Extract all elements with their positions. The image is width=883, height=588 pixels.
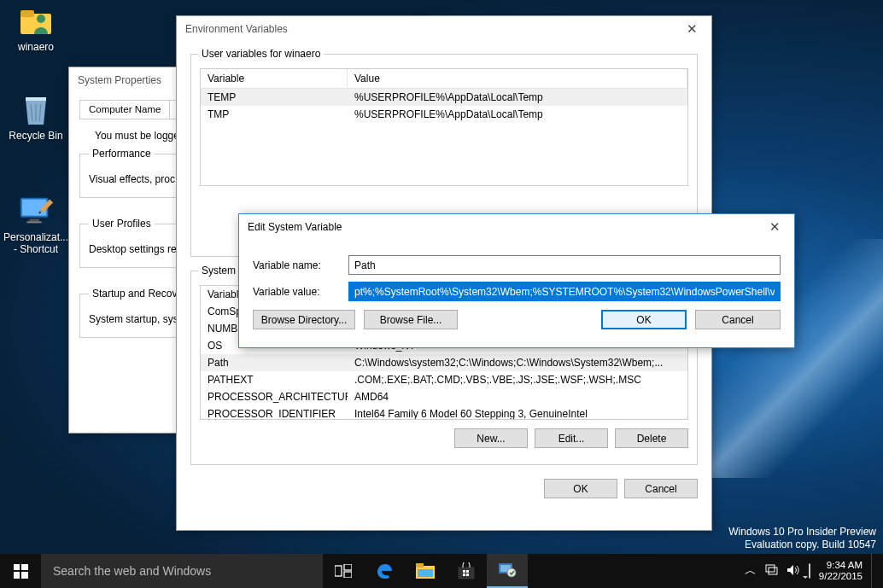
- watermark-line1: Windows 10 Pro Insider Preview: [728, 526, 876, 539]
- col-value[interactable]: Value: [348, 69, 687, 88]
- svg-rect-9: [344, 564, 352, 570]
- clock-time: 9:34 AM: [819, 560, 863, 571]
- variable-name-input[interactable]: [348, 255, 781, 275]
- variable-value-label: Variable value:: [253, 286, 338, 298]
- desktop-icon-label: Personalizat... - Shortcut: [3, 231, 68, 255]
- svg-rect-15: [463, 570, 465, 573]
- recycle-bin-icon: [17, 90, 55, 128]
- table-row[interactable]: PathC:\Windows\system32;C:\Windows;C:\Wi…: [201, 354, 687, 371]
- window-title: Edit System Variable: [248, 221, 342, 233]
- desktop-icon-recycle-bin[interactable]: Recycle Bin: [3, 90, 68, 142]
- table-row[interactable]: TEMP %USERPROFILE%\AppData\Local\Temp: [201, 89, 687, 106]
- new-button[interactable]: New...: [454, 428, 528, 448]
- svg-rect-10: [344, 572, 352, 578]
- userprofiles-legend: User Profiles: [89, 218, 155, 230]
- user-vars-group-title: User variables for winaero: [198, 48, 324, 60]
- task-view-button[interactable]: [323, 554, 364, 588]
- ok-button[interactable]: OK: [601, 310, 687, 329]
- svg-rect-18: [466, 573, 469, 576]
- file-explorer-icon[interactable]: [405, 554, 446, 588]
- user-vars-table[interactable]: Variable Value TEMP %USERPROFILE%\AppDat…: [200, 68, 688, 186]
- svg-point-21: [507, 568, 516, 577]
- table-header: Variable Value: [201, 69, 687, 89]
- table-row[interactable]: PROCESSOR_IDENTIFIERIntel64 Family 6 Mod…: [201, 405, 687, 420]
- variable-value-input[interactable]: [348, 282, 781, 301]
- system-tray: ︿ 9:34 AM 9/22/2015: [745, 554, 883, 588]
- volume-icon[interactable]: [787, 564, 800, 579]
- svg-rect-7: [26, 221, 41, 223]
- edit-system-variable-dialog: Edit System Variable ✕ Variable name: Va…: [238, 213, 795, 348]
- folder-user-icon: [17, 2, 55, 39]
- start-button[interactable]: [0, 554, 41, 588]
- svg-rect-13: [418, 569, 433, 577]
- desktop-icon-label: Recycle Bin: [9, 130, 62, 142]
- svg-rect-6: [29, 219, 38, 222]
- ok-button[interactable]: OK: [544, 479, 617, 498]
- close-icon[interactable]: ✕: [681, 20, 703, 38]
- editvar-titlebar[interactable]: Edit System Variable ✕: [239, 214, 794, 240]
- close-icon[interactable]: ✕: [764, 218, 786, 236]
- watermark-line2: Evaluation copy. Build 10547: [728, 539, 876, 552]
- variable-name-label: Variable name:: [253, 259, 338, 271]
- envvars-titlebar[interactable]: Environment Variables ✕: [177, 16, 711, 42]
- svg-rect-16: [466, 570, 469, 573]
- table-row[interactable]: PATHEXT.COM;.EXE;.BAT;.CMD;.VBS;.VBE;.JS…: [201, 371, 687, 388]
- delete-button[interactable]: Delete: [615, 428, 688, 448]
- search-input[interactable]: Search the web and Windows: [41, 554, 323, 588]
- network-icon[interactable]: [765, 564, 778, 579]
- windows-logo-icon: [14, 564, 28, 579]
- windows-watermark: Windows 10 Pro Insider Preview Evaluatio…: [728, 526, 876, 552]
- cancel-button[interactable]: Cancel: [695, 310, 781, 329]
- svg-rect-12: [416, 563, 424, 568]
- browse-file-button[interactable]: Browse File...: [364, 310, 458, 329]
- window-title: Environment Variables: [185, 23, 288, 35]
- browse-directory-button[interactable]: Browse Directory...: [253, 310, 355, 329]
- svg-rect-1: [20, 10, 34, 17]
- store-icon[interactable]: [446, 554, 487, 588]
- clock[interactable]: 9:34 AM 9/22/2015: [819, 560, 863, 581]
- desktop-icon-winaero[interactable]: winaero: [3, 2, 68, 53]
- performance-legend: Performance: [89, 148, 155, 160]
- col-variable[interactable]: Variable: [201, 69, 348, 88]
- svg-rect-14: [459, 568, 474, 579]
- tray-chevron-icon[interactable]: ︿: [745, 563, 757, 579]
- table-row[interactable]: TMP %USERPROFILE%\AppData\Local\Temp: [201, 106, 687, 123]
- tab-computer-name[interactable]: Computer Name: [79, 100, 170, 119]
- desktop-icon-personalization[interactable]: Personalizat... - Shortcut: [3, 192, 68, 255]
- svg-rect-8: [335, 566, 342, 576]
- action-center-icon[interactable]: [809, 564, 810, 578]
- svg-rect-22: [766, 565, 775, 572]
- startup-legend: Startup and Recove: [89, 288, 186, 300]
- cancel-button[interactable]: Cancel: [624, 479, 698, 498]
- svg-rect-17: [463, 573, 465, 576]
- svg-rect-3: [26, 97, 46, 101]
- svg-point-2: [37, 15, 45, 23]
- edge-icon[interactable]: [364, 554, 405, 588]
- clock-date: 9/22/2015: [819, 571, 863, 582]
- monitor-brush-icon: [17, 192, 55, 230]
- sysprops-taskbar-icon[interactable]: [487, 554, 528, 588]
- window-title: System Properties: [78, 74, 161, 86]
- svg-rect-23: [769, 568, 777, 574]
- search-placeholder: Search the web and Windows: [53, 564, 211, 578]
- desktop-icon-label: winaero: [18, 41, 54, 53]
- table-row[interactable]: PROCESSOR_ARCHITECTUREAMD64: [201, 388, 687, 405]
- show-desktop-button[interactable]: [871, 554, 876, 588]
- edit-button[interactable]: Edit...: [535, 428, 608, 448]
- taskbar: Search the web and Windows ︿ 9:34 AM 9/2…: [0, 554, 883, 588]
